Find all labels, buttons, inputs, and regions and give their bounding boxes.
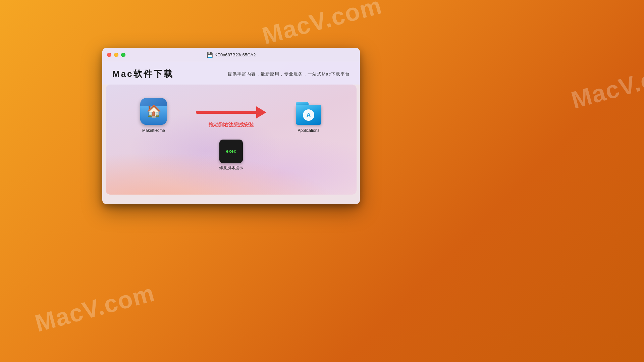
maximize-button[interactable] [121, 53, 125, 57]
makeithome-label: MakeItHome [142, 128, 165, 133]
drag-arrow-container: 拖动到右边完成安装 [196, 106, 266, 128]
makeithome-icon-wrap [140, 98, 167, 125]
window-title: 💾 KE0a687B23c65CA2 [207, 52, 256, 58]
exec-icon: exec [219, 140, 243, 163]
exec-label: 修复损坏提示 [219, 165, 243, 171]
applications-label: Applications [298, 128, 320, 133]
install-content: MakeItHome 拖动到右边完成安装 A [106, 85, 357, 133]
close-button[interactable] [107, 53, 111, 57]
site-subtitle: 提供丰富内容，最新应用，专业服务，一站式Mac下载平台 [228, 71, 350, 77]
window-title-text: KE0a687B23c65CA2 [215, 52, 256, 57]
title-bar: 💾 KE0a687B23c65CA2 [102, 48, 360, 62]
install-area: MakeItHome 拖动到右边完成安装 A [106, 85, 357, 195]
arrow-head [256, 106, 266, 118]
exec-section: exec 修复损坏提示 [106, 140, 357, 171]
watermark-bottom-left: MacV.com [32, 279, 158, 337]
window-header: Mac软件下载 提供丰富内容，最新应用，专业服务，一站式Mac下载平台 [102, 62, 360, 85]
folder-a-badge: A [303, 109, 314, 121]
minimize-button[interactable] [114, 53, 118, 57]
applications-folder-icon: A [295, 98, 322, 125]
folder-body: A [296, 105, 321, 125]
site-title: Mac软件下载 [112, 68, 174, 80]
mac-window: 💾 KE0a687B23c65CA2 Mac软件下载 提供丰富内容，最新应用，专… [102, 48, 360, 204]
drag-instruction: 拖动到右边完成安装 [209, 122, 254, 128]
disk-icon: 💾 [207, 52, 213, 58]
watermark-top: MacV.com [259, 0, 385, 50]
traffic-lights [102, 53, 125, 57]
app-item-applications: A Applications [295, 98, 322, 133]
app-item-makeithome: MakeItHome [140, 98, 167, 133]
arrow-shaft [196, 111, 256, 114]
exec-text: exec [226, 149, 236, 154]
drag-arrow [196, 106, 266, 118]
makeithome-icon [140, 98, 167, 125]
watermark-right: MacV.co [569, 61, 644, 114]
applications-icon-wrap: A [295, 98, 322, 125]
